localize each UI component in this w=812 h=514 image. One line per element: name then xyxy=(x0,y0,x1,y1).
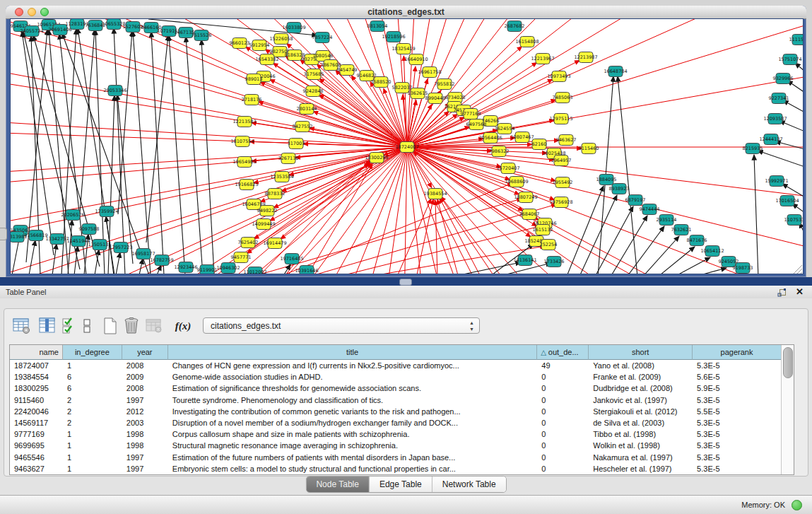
graph-node[interactable]: 15751074 xyxy=(778,54,801,65)
column-header-title[interactable]: title xyxy=(168,345,538,360)
column-header-year[interactable]: year xyxy=(122,345,168,360)
table-row[interactable]: 2242004622012Investigating the contribut… xyxy=(10,406,782,417)
graph-node[interactable]: 6879197 xyxy=(625,195,646,206)
graph-node[interactable]: 16640910 xyxy=(404,54,428,65)
function-builder-button[interactable]: f(x) xyxy=(172,317,194,336)
graph-node[interactable]: 12444137 xyxy=(759,134,782,145)
graph-node[interactable]: 8471676 xyxy=(687,235,707,246)
graph-node[interactable]: 16961758 xyxy=(418,67,441,78)
graph-node[interactable]: 3175685 xyxy=(304,69,324,80)
graph-node[interactable]: 8878332 xyxy=(265,189,286,199)
graph-node[interactable]: 10654112 xyxy=(700,246,724,257)
graph-node[interactable]: 9242848 xyxy=(303,86,324,97)
panel-divider[interactable] xyxy=(0,277,812,286)
network-canvas[interactable]: 9546124240557241096518420691406112831917… xyxy=(11,19,803,274)
graph-node[interactable]: 19756928 xyxy=(549,197,572,208)
edge-black[interactable] xyxy=(754,155,758,274)
graph-node[interactable]: 6497568 xyxy=(466,119,487,130)
table-row[interactable]: 1456911722003Disruption of a novel membe… xyxy=(10,417,782,428)
edge-red[interactable] xyxy=(407,147,554,160)
graph-node[interactable]: 2718176 xyxy=(242,95,262,105)
table-settings-button[interactable] xyxy=(12,317,31,336)
graph-node[interactable]: 19384554 xyxy=(423,189,447,199)
column-visibility-button[interactable] xyxy=(37,317,57,336)
edge-black[interactable] xyxy=(282,264,290,274)
graph-node[interactable]: 7632621 xyxy=(671,225,692,235)
graph-node[interactable]: 8990448 xyxy=(425,93,446,104)
edge-red[interactable] xyxy=(276,183,512,274)
column-header-short[interactable]: short xyxy=(589,345,693,360)
graph-node[interactable]: 1733426 xyxy=(544,257,565,267)
edge-black[interactable] xyxy=(114,28,125,274)
graph-node[interactable]: 16154808 xyxy=(515,37,539,47)
graph-node[interactable]: 9474444 xyxy=(640,204,660,215)
table-row[interactable]: 969969511998Structural magnetic resonanc… xyxy=(10,440,782,451)
edge-black[interactable] xyxy=(690,268,726,274)
graph-node[interactable]: 10807467 xyxy=(510,132,534,143)
graph-node[interactable]: 1964957 xyxy=(551,156,572,166)
graph-node[interactable]: 9498222 xyxy=(257,206,278,216)
graph-node[interactable]: 9777169 xyxy=(461,109,481,119)
edge-black[interactable] xyxy=(657,247,695,274)
graph-node[interactable]: 8215935 xyxy=(743,144,763,154)
delete-column-button[interactable] xyxy=(122,317,141,336)
graph-node[interactable]: 19166825 xyxy=(235,180,258,190)
graph-node[interactable]: 12213583 xyxy=(233,117,256,127)
table-row[interactable]: 1830029562008Estimation of significance … xyxy=(10,382,782,394)
graph-node[interactable]: 2935114 xyxy=(657,215,677,226)
table-row[interactable]: 911546021997Tourette syndrome. Phenomeno… xyxy=(10,395,782,406)
tab-node-table[interactable]: Node Table xyxy=(306,477,370,492)
new-column-button[interactable] xyxy=(100,317,119,336)
graph-node[interactable]: 3684067 xyxy=(519,209,540,220)
graph-node[interactable]: 19654985 xyxy=(233,157,256,168)
graph-node[interactable]: 17016504 xyxy=(775,196,799,206)
graph-node[interactable]: 12213967 xyxy=(531,54,554,64)
graph-node[interactable]: 3624554 xyxy=(495,124,515,134)
graph-node[interactable]: 10946302 xyxy=(216,263,240,274)
graph-node[interactable]: 8454749 xyxy=(337,65,358,76)
graph-node[interactable]: 8813054 xyxy=(367,21,388,32)
tab-network-table[interactable]: Network Table xyxy=(433,477,506,492)
graph-node[interactable]: 14099449 xyxy=(252,219,275,230)
edge-red[interactable] xyxy=(252,123,407,147)
float-panel-icon[interactable] xyxy=(777,288,787,297)
edge-black[interactable] xyxy=(22,31,54,255)
table-row[interactable]: 1872400712008Changes of HCN gene express… xyxy=(10,360,782,371)
graph-node[interactable]: 7515526 xyxy=(192,30,212,41)
edge-black[interactable] xyxy=(579,195,617,274)
edge-black[interactable] xyxy=(95,30,105,274)
graph-node[interactable]: 9119901 xyxy=(197,265,218,274)
graph-node[interactable]: 62160 xyxy=(532,139,547,150)
edge-red[interactable] xyxy=(435,200,437,274)
graph-node[interactable]: 5912954 xyxy=(249,40,270,51)
edge-black[interactable] xyxy=(779,121,803,132)
edge-black[interactable] xyxy=(758,151,803,167)
edge-black[interactable] xyxy=(186,37,203,274)
graph-node[interactable]: 989013 xyxy=(245,74,263,85)
graph-node[interactable]: 10688609 xyxy=(505,177,528,187)
graph-node[interactable]: 1955492 xyxy=(553,177,573,188)
graph-node[interactable]: 17957223 xyxy=(109,243,132,253)
edge-black[interactable] xyxy=(642,236,679,274)
edge-black[interactable] xyxy=(169,35,185,274)
table-source-select[interactable]: citations_edges.txt ▲▼ xyxy=(203,317,480,334)
graph-node[interactable]: 1107533 xyxy=(784,215,803,226)
graph-node[interactable]: 12975115 xyxy=(549,114,572,124)
graph-node[interactable]: 7857224 xyxy=(312,33,333,43)
close-panel-icon[interactable]: ✕ xyxy=(796,286,804,297)
graph-node[interactable]: 1111501 xyxy=(789,35,803,45)
delete-table-button[interactable] xyxy=(144,317,163,336)
table-row[interactable]: 946554611997Estimation of the future num… xyxy=(10,452,782,463)
table-row[interactable]: 977716911998Corpus callosum shape and si… xyxy=(10,428,782,440)
column-header-in_degree[interactable]: in_degree xyxy=(63,345,122,360)
graph-node[interactable]: 9115460 xyxy=(579,144,599,154)
graph-node[interactable]: 3267130 xyxy=(278,153,299,164)
edge-black[interactable] xyxy=(453,262,521,274)
graph-node[interactable]: 2803144 xyxy=(297,104,317,115)
tab-edge-table[interactable]: Edge Table xyxy=(370,477,433,492)
edge-red[interactable] xyxy=(259,102,407,147)
scrollbar-thumb[interactable] xyxy=(783,347,793,378)
table-row[interactable]: 1938455462009Genome-wide association stu… xyxy=(10,371,782,382)
edge-black[interactable] xyxy=(594,206,633,274)
graph-node[interactable]: 7625402 xyxy=(238,238,259,248)
